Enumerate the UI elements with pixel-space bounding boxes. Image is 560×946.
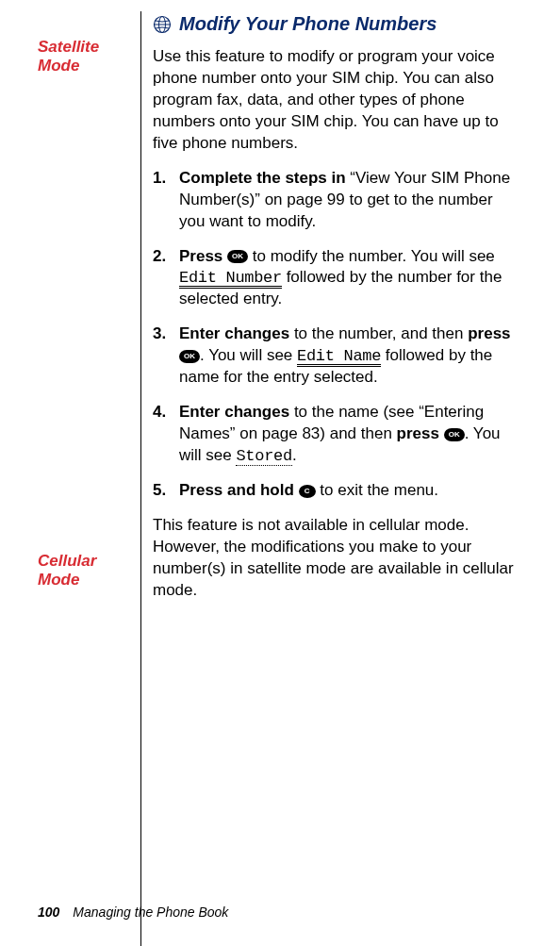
page-footer: 100Managing the Phone Book xyxy=(38,904,228,921)
chapter-title: Managing the Phone Book xyxy=(73,905,228,920)
page-number: 100 xyxy=(38,905,59,920)
intro-paragraph: Use this feature to modify or program yo… xyxy=(153,46,519,155)
c-button-icon: C xyxy=(299,485,316,498)
step-5: Press and hold C to exit the menu. xyxy=(153,480,519,502)
step-4-bold1: Enter changes xyxy=(179,403,289,421)
sidebar-satellite-label: Satellite Mode xyxy=(38,38,129,76)
step-4-end: . xyxy=(292,446,297,464)
sidebar-cellular-label: Cellular Mode xyxy=(38,552,129,590)
step-3-bold1: Enter changes xyxy=(179,324,289,342)
step-2-mid: to modify the number. You will see xyxy=(248,247,495,265)
step-1-bold: Complete the steps in xyxy=(179,169,346,187)
step-3-bold2: press xyxy=(468,324,510,342)
step-2: Press OK to modify the number. You will … xyxy=(153,246,519,311)
step-5-end: to exit the menu. xyxy=(316,481,438,499)
sidebar: Satellite Mode Cellular Mode xyxy=(38,11,141,946)
step-3: Enter changes to the number, and then pr… xyxy=(153,324,519,389)
main-content: Modify Your Phone Numbers Use this featu… xyxy=(153,11,519,946)
steps-list: Complete the steps in “View Your SIM Pho… xyxy=(153,168,519,502)
cellular-paragraph: This feature is not available in cellula… xyxy=(153,515,519,602)
globe-icon xyxy=(153,15,172,34)
step-3-txt1: to the number, and then xyxy=(289,324,468,342)
stored-display: Stored xyxy=(236,448,291,466)
step-2-bold: Press xyxy=(179,247,222,265)
section-heading: Modify Your Phone Numbers xyxy=(153,11,519,37)
edit-name-display: Edit Name xyxy=(297,348,381,367)
edit-number-display: Edit Number xyxy=(179,270,282,289)
ok-button-icon: OK xyxy=(444,428,465,441)
ok-button-icon: OK xyxy=(179,350,200,363)
step-5-bold: Press and hold xyxy=(179,481,294,499)
step-4-bold2: press xyxy=(397,424,439,442)
heading-text: Modify Your Phone Numbers xyxy=(179,11,436,37)
step-3-txt2: . You will see xyxy=(200,346,297,364)
step-4: Enter changes to the name (see “Entering… xyxy=(153,402,519,467)
ok-button-icon: OK xyxy=(227,250,248,263)
step-1: Complete the steps in “View Your SIM Pho… xyxy=(153,168,519,233)
